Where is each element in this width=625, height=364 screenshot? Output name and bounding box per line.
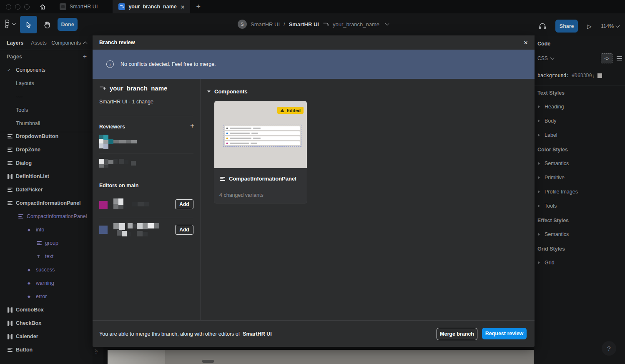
variant-previews — [223, 125, 301, 147]
css-code-line[interactable]: background: #D6D3D0; — [537, 73, 625, 78]
components-section-header[interactable]: Components — [207, 88, 247, 95]
window-controls[interactable] — [6, 4, 30, 10]
help-button[interactable]: ? — [602, 341, 616, 356]
divider — [99, 116, 193, 116]
layer-row[interactable]: group — [0, 236, 93, 250]
chevron-up-icon — [83, 41, 88, 45]
chevron-right-icon[interactable] — [538, 134, 540, 136]
layer-row[interactable]: DropdownButton — [0, 132, 93, 143]
minimize-window-icon[interactable] — [15, 4, 20, 10]
code-list-icon[interactable] — [617, 56, 622, 61]
section-title-color-styles: Color Styles — [534, 143, 625, 156]
done-button[interactable]: Done — [58, 18, 78, 31]
zoom-level-control[interactable]: 114% — [601, 23, 619, 29]
page-item-components[interactable]: ✓Components — [0, 63, 93, 77]
breadcrumb-file[interactable]: SmartHR UI — [289, 21, 319, 28]
canvas-scroll-pill[interactable] — [202, 360, 214, 363]
page-item-layouts[interactable]: Layouts — [0, 77, 93, 90]
share-button[interactable]: Share — [555, 20, 578, 33]
page-item-thumbnail[interactable]: Thumbnail — [0, 117, 93, 130]
edited-badge: Edited — [277, 107, 304, 114]
layer-row[interactable]: ◆info — [0, 223, 93, 236]
move-tool-button[interactable] — [20, 16, 37, 33]
style-item-label[interactable]: Label — [534, 128, 625, 142]
redacted-editor-name — [113, 223, 176, 238]
color-swatch[interactable] — [597, 73, 602, 78]
layer-row[interactable]: ◆error — [0, 290, 93, 303]
style-item-grid[interactable]: Grid — [534, 256, 625, 270]
chevron-down-icon — [616, 23, 620, 28]
close-window-icon[interactable] — [6, 4, 11, 10]
zoom-window-icon[interactable] — [24, 4, 30, 10]
style-item-semantics[interactable]: Semantics — [534, 156, 625, 171]
layer-row[interactable]: ComboBox — [0, 303, 93, 316]
style-item-profile-images[interactable]: Profile Images — [534, 185, 625, 199]
home-button[interactable] — [36, 0, 49, 13]
variant-diamond-icon: ◆ — [28, 281, 30, 285]
add-reviewer-icon[interactable]: + — [190, 122, 194, 130]
breadcrumb-project[interactable]: SmartHR UI — [251, 21, 280, 28]
layer-row[interactable]: Button — [0, 343, 93, 356]
page-item-tools[interactable]: Tools — [0, 103, 93, 117]
tab-assets[interactable]: Assets — [31, 40, 47, 46]
layer-row[interactable]: Dialog — [0, 156, 93, 170]
style-item-primitive[interactable]: Primitive — [534, 171, 625, 185]
style-item-heading[interactable]: Heading — [534, 100, 625, 114]
no-conflicts-banner: i No conflicts detected. Feel free to me… — [93, 50, 535, 79]
group-icon — [37, 241, 42, 245]
layer-row[interactable]: DatePicker — [0, 183, 93, 196]
check-icon: ✓ — [7, 68, 11, 73]
chevron-right-icon[interactable] — [538, 120, 540, 122]
breadcrumb-branch[interactable]: your_branch_name — [333, 21, 379, 28]
redacted-editor-name — [113, 198, 163, 210]
layer-row[interactable]: Calender — [0, 330, 93, 343]
merge-branch-button[interactable]: Merge branch — [437, 328, 477, 340]
component-change-card[interactable]: Edited CompactInformationPanel — [214, 100, 307, 203]
style-item-body[interactable]: Body — [534, 114, 625, 128]
avatar[interactable]: S — [238, 20, 247, 29]
layer-row[interactable]: ◆warning — [0, 276, 93, 290]
style-item-effect-semantics[interactable]: Semantics — [534, 227, 625, 241]
edited-badge-label: Edited — [286, 108, 301, 113]
code-view-button[interactable]: <> — [601, 53, 612, 63]
layer-row[interactable]: Ttext — [0, 250, 93, 263]
headphones-icon[interactable] — [539, 23, 546, 30]
chevron-right-icon[interactable] — [538, 105, 540, 108]
add-page-icon[interactable]: + — [83, 53, 87, 60]
chevron-right-icon[interactable] — [538, 191, 540, 193]
chevron-down-icon — [550, 56, 554, 60]
main-menu-button[interactable] — [4, 19, 15, 28]
request-review-button[interactable]: Request review — [482, 328, 527, 339]
chevron-right-icon[interactable] — [538, 176, 540, 179]
canvas-frame[interactable] — [108, 350, 534, 364]
layer-row[interactable]: ◆success — [0, 263, 93, 276]
page-item-dashes[interactable]: ---- — [0, 90, 93, 103]
chevron-down-icon[interactable] — [385, 22, 389, 26]
new-tab-button[interactable]: + — [196, 3, 201, 11]
code-language-selector[interactable]: CSS — [537, 55, 554, 61]
component-set-icon — [8, 161, 13, 165]
layer-row[interactable]: DefinitionList — [0, 170, 93, 183]
hand-tool-button[interactable] — [38, 16, 55, 33]
layer-row[interactable]: CompactInformationPanel — [0, 210, 93, 223]
component-icon — [18, 214, 23, 218]
add-editor-button[interactable]: Add — [175, 199, 193, 209]
add-editor-button[interactable]: Add — [175, 225, 193, 235]
page-mode-selector[interactable]: Components — [51, 40, 87, 46]
layer-row[interactable]: CompactInformationPanel — [0, 196, 93, 210]
tab-layers[interactable]: Layers — [7, 40, 23, 46]
chevron-right-icon[interactable] — [538, 162, 540, 165]
style-item-tools[interactable]: Tools — [534, 199, 625, 213]
chevron-right-icon[interactable] — [538, 205, 540, 207]
tab-your-branch-name[interactable]: your_branch_name × — [113, 0, 190, 13]
right-sidebar: Code CSS <> background: #D6D3D0; Text St… — [534, 36, 625, 364]
branch-summary-panel: your_branch_name SmartHR UI · 1 change R… — [93, 79, 201, 320]
close-tab-icon[interactable]: × — [181, 4, 185, 10]
present-play-icon[interactable]: ▷ — [587, 23, 592, 30]
close-icon[interactable]: × — [524, 39, 528, 46]
layer-row[interactable]: CheckBox — [0, 316, 93, 330]
chevron-right-icon[interactable] — [538, 233, 540, 236]
chevron-right-icon[interactable] — [538, 261, 540, 264]
layer-row[interactable]: DropZone — [0, 143, 93, 156]
tab-smarthr-ui[interactable]: SmartHR UI — [54, 0, 103, 13]
